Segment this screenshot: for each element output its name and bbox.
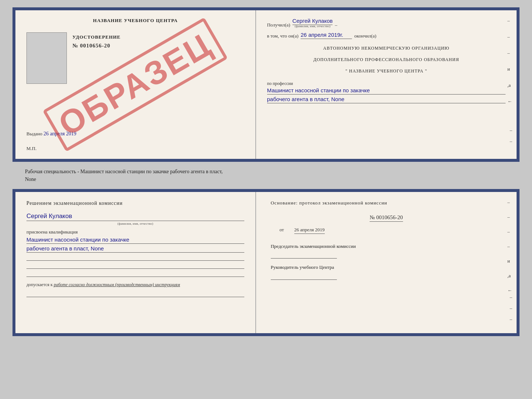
udostoverenie-label: УДОСТОВЕРЕНИЕ — [72, 34, 121, 40]
blank3 — [26, 271, 244, 277]
body-line2: ДОПОЛНИТЕЛЬНОГО ПРОФЕССИОНАЛЬНОГО ОБРАЗО… — [267, 56, 506, 63]
prisvoena-text: присвоена квалификация — [26, 229, 244, 235]
date-row: от 26 апреля 2019 — [280, 225, 502, 239]
protokol-number: № 0010656-20 — [370, 214, 403, 222]
predsedatel-sig-line — [271, 251, 337, 259]
brdash5: и — [507, 258, 512, 264]
specialty-none: None — [25, 177, 36, 182]
brdash10: – — [510, 316, 512, 322]
specialty-main: Рабочая специальность - Машинист насосно… — [25, 169, 223, 174]
brdash8: – — [510, 294, 512, 300]
cert-bottom-right: Основание: протокол экзаменационной коми… — [256, 192, 517, 333]
bottom-name-value: Сергей Кулаков — [26, 213, 244, 221]
profession-line2: рабочего агента в пласт, None — [267, 96, 506, 103]
profession-line1: Машинист насосной станции по закачке — [267, 87, 506, 95]
bottom-name-sub: (фамилия, имя, отчество) — [26, 222, 244, 225]
rdash1: – — [507, 18, 512, 24]
rukovoditel-label: Руководитель учебного Центра — [271, 264, 502, 271]
rukovoditel-sig-line — [271, 272, 337, 280]
dopusk-value: работе согласно должностным (производств… — [54, 282, 180, 287]
brdash2: – — [507, 214, 512, 220]
cert-mp: М.П. — [26, 146, 36, 152]
kvalif-line2: рабочего агента в пласт, None — [26, 245, 244, 253]
brdash3: – — [507, 229, 512, 235]
cert-photo — [26, 32, 67, 84]
vtom-label: в том, что он(а) — [267, 33, 299, 39]
body-line1: АВТОНОМНУЮ НЕКОММЕРЧЕСКУЮ ОРГАНИЗАЦИЮ — [267, 45, 506, 52]
certificate-bottom: Решением экзаменационной комиссии Сергей… — [12, 189, 520, 336]
vidan-label: Выдано — [26, 131, 42, 136]
vtom-row: в том, что он(а) 26 апреля 2019г. окончи… — [267, 32, 506, 39]
cert-vidan: Выдано 26 апреля 2019 — [26, 131, 248, 137]
predsedatel-label: Председатель экзаменационной комиссии — [271, 243, 502, 250]
bottom-right-dashes: – – – – и ,а ← — [507, 199, 512, 293]
certificate-top: НАЗВАНИЕ УЧЕБНОГО ЦЕНТРА УДОСТОВЕРЕНИЕ №… — [12, 7, 520, 162]
rdash4: и — [507, 66, 512, 72]
bottom-right-dashes2: – – – — [510, 294, 512, 322]
brdash6: ,а — [507, 273, 512, 279]
brdash1: – — [507, 199, 512, 205]
right-dashes-col: – – – и ,а ← — [507, 18, 512, 104]
blank4 — [26, 291, 244, 297]
rdash8: – — [510, 138, 512, 144]
cert-top-right: Получил(а) Сергей Кулаков (фамилия, имя,… — [256, 10, 517, 159]
cert-top-title: НАЗВАНИЕ УЧЕБНОГО ЦЕНТРА — [93, 18, 178, 24]
poluchil-value: Сергей Кулаков — [292, 18, 333, 25]
body-line3: " НАЗВАНИЕ УЧЕБНОГО ЦЕНТРА " — [267, 68, 506, 75]
blank2 — [26, 263, 244, 269]
brdash9: – — [510, 305, 512, 311]
vtom-value: 26 апреля 2019г. — [301, 32, 352, 39]
rdash3: – — [507, 50, 512, 56]
po-professii-label: по профессии — [267, 81, 506, 86]
date-prefix: от — [280, 227, 284, 233]
cert-number: № 0010656-20 — [72, 43, 110, 49]
kvalif-line1: Машинист насосной станции по закачке — [26, 236, 244, 244]
rdash2: – — [507, 34, 512, 40]
date-value: 26 апреля 2019 — [294, 227, 325, 234]
profession-section: по профессии Машинист насосной станции п… — [267, 81, 506, 103]
protokol-number-row: № 0010656-20 — [271, 211, 502, 223]
vidan-date: 26 апреля 2019 — [44, 131, 76, 136]
cert-bottom-left: Решением экзаменационной комиссии Сергей… — [15, 192, 256, 333]
okonchil-label: окончил(а) — [354, 33, 376, 39]
specialty-text-row: Рабочая специальность - Машинист насосно… — [12, 165, 520, 185]
poluchil-sub: (фамилия, имя, отчество) — [292, 24, 333, 28]
right-dashes-bottom2: – – — [510, 127, 512, 144]
rdash7: – — [510, 127, 512, 133]
rdash5: ,а — [507, 82, 512, 88]
komissia-text: Решением экзаменационной комиссии — [26, 199, 244, 207]
dash1: – — [335, 22, 337, 28]
dopuskaetsya-label: допускается к — [26, 282, 53, 287]
dopuskaetsya-text: допускается к работе согласно должностны… — [26, 282, 244, 288]
blank1 — [26, 255, 244, 261]
rdash6: ← — [507, 99, 512, 104]
brdash4: – — [507, 243, 512, 249]
brdash7: ← — [507, 288, 512, 293]
cert-top-left: НАЗВАНИЕ УЧЕБНОГО ЦЕНТРА УДОСТОВЕРЕНИЕ №… — [15, 10, 256, 159]
poluchil-label: Получил(а) — [267, 22, 290, 28]
poluchil-row: Получил(а) Сергей Кулаков (фамилия, имя,… — [267, 18, 506, 28]
osnovanie-title: Основание: протокол экзаменационной коми… — [271, 199, 502, 207]
